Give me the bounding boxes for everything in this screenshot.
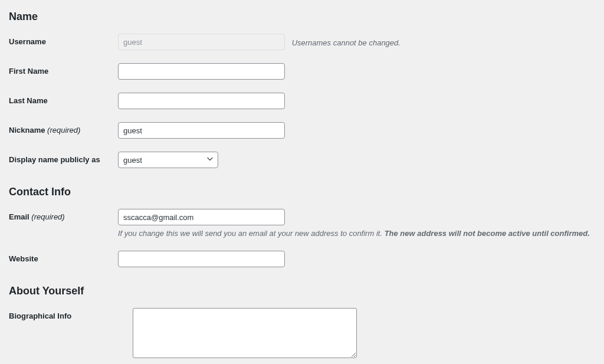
row-website: Website [9,251,595,267]
section-heading-contact: Contact Info [9,186,595,198]
row-display-name: Display name publicly as guest [9,152,595,168]
label-email-text: Email [9,212,29,221]
label-first-name: First Name [9,63,118,76]
username-note: Usernames cannot be changed. [292,38,401,47]
label-nickname-text: Nickname [9,126,45,135]
nickname-input[interactable] [118,122,285,139]
email-note: If you change this we will send you an e… [118,229,595,238]
label-nickname: Nickname (required) [9,122,118,135]
label-website: Website [9,251,118,263]
section-heading-about: About Yourself [9,285,595,297]
username-input [118,34,285,50]
email-note-b: The new address will not become active u… [385,229,590,238]
label-bio: Biographical Info [9,308,133,320]
row-nickname: Nickname (required) [9,122,595,139]
last-name-input[interactable] [118,93,285,109]
row-first-name: First Name [9,63,595,80]
label-email: Email (required) [9,209,118,221]
row-last-name: Last Name [9,93,595,109]
email-input[interactable] [118,209,285,225]
row-email: Email (required) If you change this we w… [9,209,595,238]
email-note-a: If you change this we will send you an e… [118,229,385,238]
first-name-input[interactable] [118,63,285,80]
bio-textarea[interactable] [133,308,357,358]
label-display-name: Display name publicly as [9,152,118,164]
label-username: Username [9,34,118,46]
label-email-required: (required) [31,212,64,221]
row-bio: Biographical Info Share a little biograp… [9,308,595,364]
row-username: Username Usernames cannot be changed. [9,34,595,50]
label-last-name: Last Name [9,93,118,105]
section-heading-name: Name [9,11,595,23]
display-name-select[interactable]: guest [118,152,218,168]
website-input[interactable] [118,251,285,267]
label-nickname-required: (required) [47,126,80,135]
